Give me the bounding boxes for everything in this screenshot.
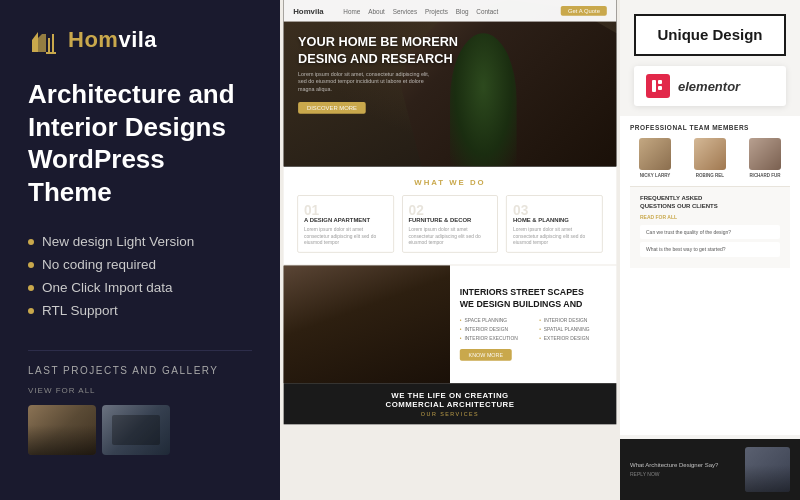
service-desc-3: Lorem ipsum dolor sit amet consectetur a…: [513, 226, 596, 245]
member-avatar-2: [694, 138, 726, 170]
faq-subtitle: READ FOR ALL: [640, 214, 780, 220]
right-panel: Unique Design elementor PROFESSIONAL TEA…: [620, 0, 800, 500]
gallery-subtitle: VIEW FOR ALL: [28, 386, 252, 395]
service-item-3: 03 HOME & PLANNING Lorem ipsum dolor sit…: [506, 195, 603, 252]
interior-title: INTERIORS STREET SCAPESWE DESIGN BUILDIN…: [460, 287, 607, 310]
list-item-6: EXTERIOR DESIGN: [539, 333, 607, 342]
feature-item-4: RTL Support: [28, 299, 252, 322]
list-item-1: SPACE PLANNING: [460, 316, 528, 325]
service-item-2: 02 FURNITURE & DECOR Lorem ipsum dolor s…: [402, 195, 499, 252]
gallery-thumb-2: [102, 405, 170, 455]
service-item-1: 01 A DESIGN APARTMENT Lorem ipsum dolor …: [297, 195, 394, 252]
service-name-1: A DESIGN APARTMENT: [304, 218, 387, 224]
nav-logo: Homvila: [293, 6, 324, 15]
member-avatar-1: [639, 138, 671, 170]
elementor-text: elementor: [678, 79, 740, 94]
bottom-subtitle: OUR SERVICES: [297, 410, 603, 416]
feature-item-1: New design Light Version: [28, 230, 252, 253]
preview-services: WHAT WE DO 01 A DESIGN APARTMENT Lorem i…: [283, 167, 616, 265]
interior-list-col-2: INTERIOR DESIGN SPATIAL PLANNING EXTERIO…: [539, 316, 607, 342]
preview-interior: INTERIORS STREET SCAPESWE DESIGN BUILDIN…: [283, 265, 616, 383]
member-name-3: RICHARD FUR: [740, 173, 790, 178]
svg-rect-2: [48, 38, 50, 52]
arch-question: What Architecture Designer Say?: [630, 462, 737, 470]
feature-item-2: No coding required: [28, 253, 252, 276]
service-name-3: HOME & PLANNING: [513, 218, 596, 224]
elementor-icon: [646, 74, 670, 98]
logo-area: Homvila: [28, 24, 252, 56]
svg-rect-4: [46, 52, 56, 54]
svg-rect-6: [658, 80, 662, 84]
left-panel: Homvila Architecture and Interior Design…: [0, 0, 280, 500]
list-item-2: INTERIOR DESIGN: [460, 325, 528, 334]
faq-item-2: What is the best way to get started?: [640, 242, 780, 257]
nav-link-blog: Blog: [456, 7, 469, 14]
interior-list: SPACE PLANNING INTERIOR DESIGN INTERIOR …: [460, 316, 607, 342]
arch-section: What Architecture Designer Say? REPLY NO…: [620, 439, 800, 500]
nav-link-services: Services: [393, 7, 417, 14]
list-item-4: INTERIOR DESIGN: [539, 316, 607, 325]
unique-design-text: Unique Design: [650, 26, 770, 44]
member-name-2: ROBING REL: [685, 173, 735, 178]
feature-list: New design Light Version No coding requi…: [28, 230, 252, 322]
unique-design-badge: Unique Design: [634, 14, 786, 56]
svg-marker-1: [38, 34, 46, 52]
service-num-3: 03: [513, 202, 596, 218]
nav-link-projects: Projects: [425, 7, 448, 14]
preview-nav: Homvila Home About Services Projects Blo…: [283, 0, 616, 22]
nav-link-contact: Contact: [476, 7, 498, 14]
feature-item-3: One Click Import data: [28, 276, 252, 299]
nav-links: Home About Services Projects Blog Contac…: [343, 7, 498, 14]
hero-subtitle: Lorem ipsum dolor sit amet, consectetur …: [298, 71, 435, 94]
team-title: PROFESSIONAL TEAM MEMBERS: [630, 124, 790, 131]
faq-item-1: Can we trust the quality of the design?: [640, 225, 780, 240]
website-preview: Homvila Home About Services Projects Blo…: [283, 0, 616, 490]
main-heading: Architecture and Interior Designs WordPr…: [28, 78, 252, 208]
team-member-2: ROBING REL: [685, 138, 735, 178]
faq-title: FREQUENTLY ASKEDQUESTIONS OUR CLIENTS: [640, 195, 780, 211]
list-item-5: SPATIAL PLANNING: [539, 325, 607, 334]
service-desc-1: Lorem ipsum dolor sit amet consectetur a…: [304, 226, 387, 245]
services-title: WHAT WE DO: [297, 178, 603, 187]
interior-cta-button[interactable]: KNOW MORE: [460, 349, 512, 361]
gallery-section: LAST PROJECTS AND GALLERY VIEW FOR ALL: [28, 350, 252, 455]
member-avatar-3: [749, 138, 781, 170]
service-name-2: FURNITURE & DECOR: [409, 218, 492, 224]
nav-link-home: Home: [343, 7, 360, 14]
interior-image: [283, 265, 450, 383]
faq-section: FREQUENTLY ASKEDQUESTIONS OUR CLIENTS RE…: [630, 186, 790, 268]
service-num-2: 02: [409, 202, 492, 218]
list-item-3: INTERIOR EXECUTION: [460, 333, 528, 342]
services-grid: 01 A DESIGN APARTMENT Lorem ipsum dolor …: [297, 195, 603, 252]
stairs-shape: [283, 265, 450, 383]
bullet-3: [28, 285, 34, 291]
arch-reply: REPLY NOW: [630, 471, 737, 477]
gallery-thumb-1: [28, 405, 96, 455]
member-name-1: NICKY LARRY: [630, 173, 680, 178]
nav-link-about: About: [368, 7, 385, 14]
elementor-badge: elementor: [634, 66, 786, 106]
team-member-3: RICHARD FUR: [740, 138, 790, 178]
logo-icon: [28, 24, 60, 56]
team-member-1: NICKY LARRY: [630, 138, 680, 178]
arch-photo: [745, 447, 790, 492]
gallery-thumbs: [28, 405, 252, 455]
hero-content: YOUR HOME BE MORERNDESING AND RESEARCH L…: [298, 34, 458, 113]
preview-bottom: WE THE LIFE ON CREATINGCOMMERCIAL ARCHIT…: [283, 383, 616, 424]
svg-rect-5: [652, 80, 656, 92]
logo-text: Homvila: [68, 27, 157, 53]
svg-rect-7: [658, 86, 662, 90]
svg-marker-0: [32, 32, 38, 52]
service-num-1: 01: [304, 202, 387, 218]
hero-title: YOUR HOME BE MORERNDESING AND RESEARCH: [298, 34, 458, 67]
hero-cta-button[interactable]: DISCOVER MORE: [298, 102, 366, 114]
interior-list-col-1: SPACE PLANNING INTERIOR DESIGN INTERIOR …: [460, 316, 528, 342]
nav-cta-button[interactable]: Get A Quote: [561, 6, 607, 16]
preview-hero: Homvila Home About Services Projects Blo…: [283, 0, 616, 167]
arch-content: What Architecture Designer Say? REPLY NO…: [630, 462, 737, 478]
bullet-4: [28, 308, 34, 314]
team-members: NICKY LARRY ROBING REL RICHARD FUR: [630, 138, 790, 178]
team-section: PROFESSIONAL TEAM MEMBERS NICKY LARRY RO…: [620, 116, 800, 435]
gallery-title: LAST PROJECTS AND GALLERY: [28, 365, 252, 376]
center-panel: Homvila Home About Services Projects Blo…: [280, 0, 620, 500]
